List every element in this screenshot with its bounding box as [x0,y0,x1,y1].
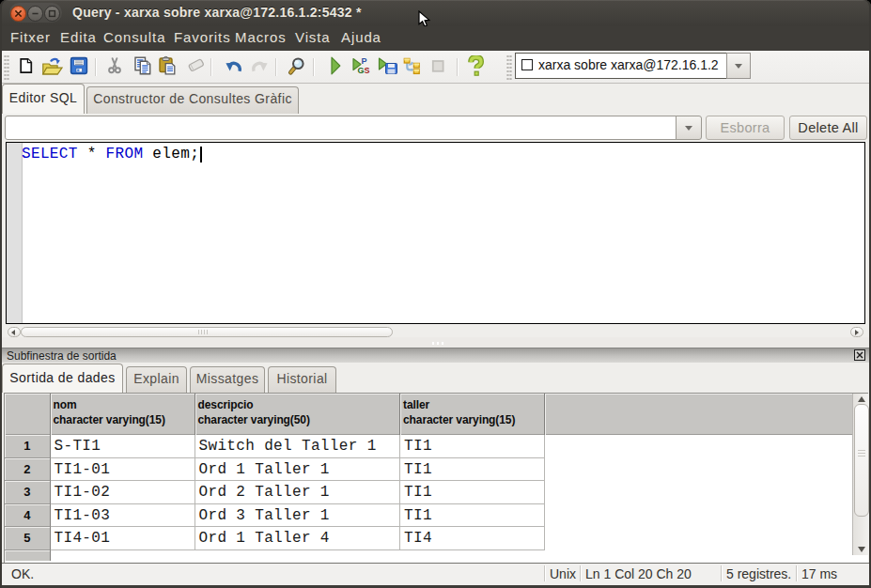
svg-text:G: G [358,66,365,75]
svg-text:S: S [365,66,370,75]
svg-text:P: P [362,56,367,66]
